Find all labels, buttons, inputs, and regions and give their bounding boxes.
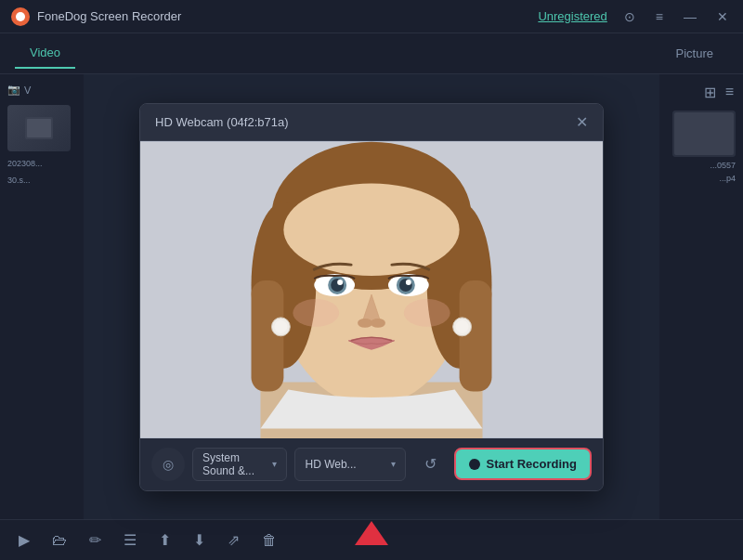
right-thumb-preview — [672, 111, 736, 157]
hamburger-menu-icon[interactable]: ≡ — [652, 7, 667, 26]
svg-point-19 — [406, 280, 411, 285]
camera-circle-icon: ◎ — [163, 457, 174, 472]
tab-picture[interactable]: Picture — [661, 39, 728, 68]
audio-select[interactable]: System Sound &... ▾ — [192, 448, 287, 481]
start-recording-button[interactable]: Start Recording — [454, 448, 592, 480]
settings-icon[interactable]: ⊙ — [620, 7, 639, 26]
app-logo-inner — [16, 12, 25, 21]
tab-video[interactable]: Video — [15, 38, 75, 69]
title-bar: FoneDog Screen Recorder Unregistered ⊙ ≡… — [0, 0, 743, 33]
camera-icon: 📷 — [7, 84, 20, 96]
title-bar-left: FoneDog Screen Recorder — [11, 7, 181, 26]
play-button[interactable]: ▶ — [15, 527, 33, 553]
webcam-dialog-title: HD Webcam (04f2:b71a) — [155, 115, 289, 129]
webcam-controls: ◎ System Sound &... ▾ HD Web... ▾ ↺ Star… — [140, 438, 603, 490]
audio-chevron-icon: ▾ — [272, 459, 277, 469]
right-thumbnail-1[interactable] — [672, 111, 736, 157]
record-dot-icon — [469, 459, 480, 470]
svg-point-21 — [371, 318, 385, 327]
webcam-dialog-header: HD Webcam (04f2:b71a) ✕ — [140, 104, 603, 141]
refresh-icon: ↺ — [424, 455, 437, 473]
app-title: FoneDog Screen Recorder — [37, 9, 181, 23]
sidebar-file-sub-1: 30.s... — [7, 176, 71, 185]
left-sidebar: 📷 V 202308... 30.s... — [0, 74, 84, 519]
right-file-name-1: ...0557 — [672, 161, 736, 170]
refresh-button[interactable]: ↺ — [413, 448, 447, 481]
title-bar-right: Unregistered ⊙ ≡ — ✕ — [538, 7, 732, 26]
svg-rect-1 — [27, 119, 51, 137]
svg-point-15 — [337, 280, 343, 285]
right-sidebar: ⊞ ≡ ...0557 ...p4 — [659, 74, 743, 519]
webcam-dialog: HD Webcam (04f2:b71a) ✕ — [139, 103, 604, 491]
webcam-face-svg — [140, 141, 603, 438]
upload-button[interactable]: ⬆ — [155, 527, 175, 553]
cam-select-label: HD Web... — [305, 458, 356, 471]
sidebar-file-name-1: 202308... — [7, 159, 71, 168]
audio-select-label: System Sound &... — [202, 451, 272, 477]
svg-point-23 — [274, 319, 287, 332]
trash-button[interactable]: 🗑 — [258, 528, 280, 553]
sidebar-thumbnail-1[interactable] — [7, 105, 71, 151]
folder-button[interactable]: 🗁 — [48, 528, 71, 553]
main-content: 📷 V 202308... 30.s... HD Webcam (04f2:b7… — [0, 74, 743, 519]
bottom-toolbar: ▶ 🗁 ✏ ☰ ⬆ ⬇ ⇗ 🗑 — [0, 519, 743, 560]
nav-tabs: Video Picture — [0, 33, 743, 74]
edit-button[interactable]: ✏ — [85, 527, 105, 553]
share-button[interactable]: ⇗ — [224, 527, 243, 553]
svg-rect-29 — [674, 112, 734, 155]
close-button[interactable]: ✕ — [713, 7, 732, 26]
svg-point-25 — [456, 319, 469, 332]
cam-select[interactable]: HD Web... ▾ — [294, 448, 406, 481]
svg-point-20 — [358, 318, 372, 327]
svg-point-11 — [283, 183, 459, 276]
download-button[interactable]: ⬇ — [189, 527, 209, 553]
cam-chevron-icon: ▾ — [391, 459, 396, 469]
start-recording-label: Start Recording — [486, 457, 577, 471]
sidebar-header: 📷 V — [7, 82, 76, 98]
app-logo — [11, 7, 30, 26]
right-sidebar-icons: ⊞ ≡ — [702, 82, 736, 103]
svg-point-27 — [404, 298, 450, 326]
webcam-close-button[interactable]: ✕ — [576, 113, 588, 131]
list-view-icon[interactable]: ≡ — [723, 82, 736, 103]
webcam-video-area — [140, 141, 603, 438]
sidebar-thumb-inner-1 — [7, 105, 71, 151]
list-button[interactable]: ☰ — [120, 527, 140, 553]
svg-point-26 — [293, 298, 339, 326]
grid-view-icon[interactable]: ⊞ — [702, 82, 718, 103]
thumbnail-preview-icon — [25, 117, 53, 139]
camera-settings-button[interactable]: ◎ — [151, 448, 185, 481]
sidebar-label: V — [24, 85, 31, 96]
right-file-sub-1: ...p4 — [672, 174, 736, 183]
unregistered-link[interactable]: Unregistered — [538, 9, 606, 23]
minimize-button[interactable]: — — [680, 7, 700, 26]
center-area: HD Webcam (04f2:b71a) ✕ — [84, 74, 659, 519]
